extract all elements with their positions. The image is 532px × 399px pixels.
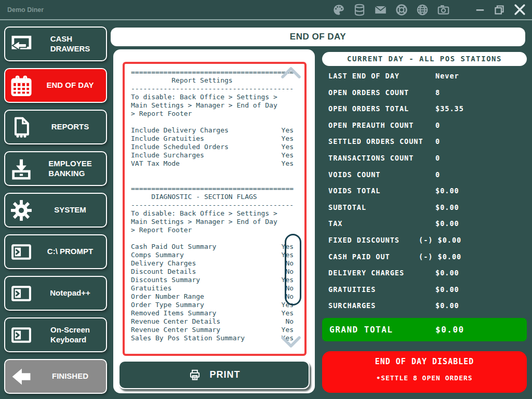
- sidebar-item-notepad[interactable]: Notepad++: [4, 276, 107, 311]
- stat-label: TRANSACTIONS COUNT: [328, 150, 414, 167]
- palette-icon[interactable]: [332, 3, 345, 17]
- stat-value: 8: [435, 85, 440, 101]
- sidebar-item-label: FINISHED: [52, 371, 88, 381]
- stat-row: SETTLED ORDERS COUNT0: [322, 134, 527, 150]
- stat-row: SURCHARGES$0.00: [322, 298, 527, 314]
- arrow-left-icon: [5, 365, 37, 388]
- alert-title: END OF DAY DISABLED: [322, 357, 527, 366]
- stats-panel: CURRENT DAY - ALL POS STATIONS LAST END …: [322, 52, 527, 393]
- stat-label: OPEN PREAUTH COUNT: [328, 117, 414, 134]
- stat-value: $0.00: [435, 265, 459, 282]
- database-icon[interactable]: [353, 3, 366, 17]
- report-viewport: ========================================…: [123, 62, 307, 356]
- stat-row: OPEN ORDERS COUNT8: [322, 85, 527, 101]
- camera-icon[interactable]: [436, 3, 450, 17]
- stat-label: VOIDS COUNT: [328, 167, 380, 183]
- stat-row: OPEN PREAUTH COUNT0: [322, 117, 527, 134]
- scroll-down-icon[interactable]: [281, 335, 301, 349]
- stat-row: SUBTOTAL$0.00: [322, 200, 527, 216]
- report-document-icon: [5, 115, 37, 139]
- sidebar-item-label: CASH DRAWERS: [50, 34, 90, 54]
- report-panel: ========================================…: [113, 49, 315, 393]
- stat-label: DELIVERY CHARGES: [328, 265, 404, 282]
- alert-message: •SETTLE 8 OPEN ORDERS: [322, 374, 527, 382]
- gear-icon: [5, 198, 37, 222]
- close-icon[interactable]: [513, 3, 527, 17]
- stats-header: CURRENT DAY - ALL POS STATIONS: [322, 52, 527, 66]
- page-title: END OF DAY: [111, 28, 525, 46]
- sidebar: CASH DRAWERS END OF DAY REPORTS: [4, 26, 107, 399]
- sidebar-item-system[interactable]: SYSTEM: [4, 193, 107, 228]
- sidebar-item-finished[interactable]: FINISHED: [4, 359, 107, 394]
- report-text: ========================================…: [125, 64, 304, 342]
- stat-value: 0: [435, 134, 440, 150]
- sidebar-item-label: SYSTEM: [54, 205, 86, 215]
- stat-label: OPEN ORDERS COUNT: [328, 85, 409, 101]
- sidebar-item-onscreen-keyboard[interactable]: On-Screen Keyboard: [4, 317, 107, 352]
- stat-row: TAX$0.00: [322, 216, 527, 232]
- scrollbar-thumb[interactable]: [285, 234, 301, 305]
- restore-icon[interactable]: [493, 4, 506, 16]
- grand-total-value: $0.00: [435, 318, 464, 341]
- sidebar-item-employee-banking[interactable]: EMPLOYEE BANKING: [4, 151, 107, 186]
- stat-value: $0.00: [435, 183, 459, 200]
- stat-value: (-) $0.00: [419, 232, 461, 249]
- minimize-icon[interactable]: [474, 4, 486, 16]
- cash-drawers-icon: [5, 33, 37, 56]
- stat-label: SETTLED ORDERS COUNT: [328, 134, 423, 150]
- sidebar-item-end-of-day[interactable]: END OF DAY: [4, 68, 107, 103]
- sidebar-item-label: REPORTS: [51, 122, 89, 132]
- sidebar-item-label: C:\ PROMPT: [47, 247, 93, 257]
- stat-label: FIXED DISCOUNTS: [328, 232, 400, 249]
- app-title: Demo Diner: [7, 6, 44, 14]
- print-button-label: PRINT: [210, 369, 241, 380]
- stat-row: DELIVERY CHARGES$0.00: [322, 265, 527, 282]
- sidebar-item-c-prompt[interactable]: C:\ PROMPT: [4, 234, 107, 269]
- stat-label: GRATUITIES: [328, 282, 376, 298]
- mail-icon[interactable]: [374, 3, 388, 17]
- stat-label: LAST END OF DAY: [328, 68, 400, 85]
- stat-row: OPEN ORDERS TOTAL$35.35: [322, 101, 527, 117]
- stat-value: $0.00: [435, 298, 459, 314]
- stat-row: VOIDS TOTAL$0.00: [322, 183, 527, 200]
- calendar-icon: [5, 74, 37, 98]
- print-button[interactable]: PRINT: [118, 361, 310, 389]
- stat-row: LAST END OF DAYNever: [322, 68, 527, 85]
- end-of-day-disabled-alert: END OF DAY DISABLED •SETTLE 8 OPEN ORDER…: [322, 351, 527, 393]
- stat-value: 0: [435, 167, 440, 183]
- stat-label: VOIDS TOTAL: [328, 183, 380, 200]
- stat-row: GRATUITIES$0.00: [322, 282, 527, 298]
- terminal-icon: [5, 241, 37, 263]
- stat-value: Never: [435, 68, 459, 85]
- stat-row: CASH PAID OUT(-) $0.00: [322, 249, 527, 265]
- stat-value: $0.00: [435, 282, 459, 298]
- stat-label: CASH PAID OUT: [328, 249, 390, 265]
- stat-label: OPEN ORDERS TOTAL: [328, 101, 409, 117]
- stat-value: $35.35: [435, 101, 464, 117]
- stat-row: VOIDS COUNT0: [322, 167, 527, 183]
- stat-value: 0: [435, 117, 440, 134]
- sidebar-item-cash-drawers[interactable]: CASH DRAWERS: [4, 26, 107, 61]
- stat-value: $0.00: [435, 216, 459, 232]
- inbox-arrow-icon: [5, 157, 37, 181]
- stat-label: TAX: [328, 216, 342, 232]
- grand-total-bar: GRAND TOTAL $0.00: [322, 318, 527, 341]
- globe-icon[interactable]: [416, 3, 429, 17]
- sidebar-item-label: END OF DAY: [46, 81, 94, 90]
- stat-row: FIXED DISCOUNTS(-) $0.00: [322, 232, 527, 249]
- titlebar-icons: [332, 0, 527, 19]
- sidebar-item-reports[interactable]: REPORTS: [4, 110, 107, 144]
- stats-rows: LAST END OF DAYNeverOPEN ORDERS COUNT8OP…: [322, 68, 527, 314]
- stat-value: 0: [435, 150, 440, 167]
- stat-value: (-) $0.00: [419, 249, 461, 265]
- sidebar-item-label: On-Screen Keyboard: [50, 325, 90, 345]
- help-ring-icon[interactable]: [395, 3, 408, 17]
- scroll-up-icon[interactable]: [281, 66, 301, 79]
- stat-row: TRANSACTIONS COUNT0: [322, 150, 527, 167]
- stat-label: SUBTOTAL: [328, 200, 366, 216]
- sidebar-item-label: EMPLOYEE BANKING: [48, 159, 91, 179]
- stat-label: SURCHARGES: [328, 298, 376, 314]
- sidebar-item-label: Notepad++: [50, 288, 90, 298]
- titlebar: Demo Diner: [0, 0, 532, 20]
- grand-total-label: GRAND TOTAL: [329, 318, 393, 341]
